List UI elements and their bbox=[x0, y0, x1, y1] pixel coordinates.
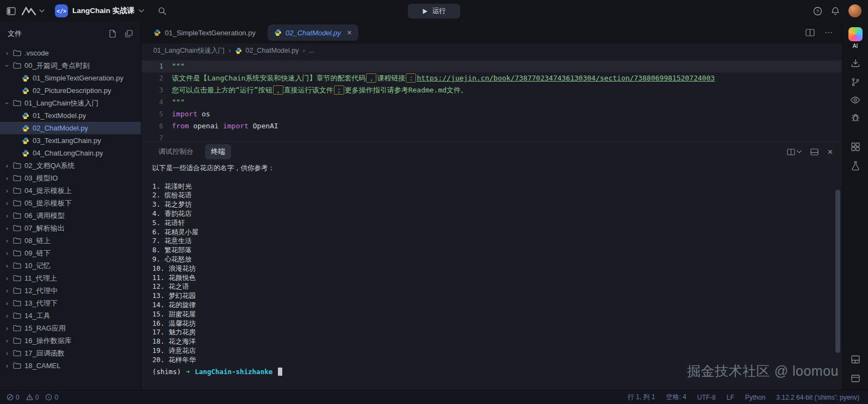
tree-item-folder[interactable]: ›01_LangChain快速入门 bbox=[0, 97, 141, 109]
warnings-count: 0 bbox=[35, 394, 39, 401]
tab-chatmodel[interactable]: 02_ChatModel.py ✕ bbox=[268, 24, 358, 41]
terminal-line: 9. 心花怒放 bbox=[152, 255, 842, 264]
chevron-collapsed-icon: › bbox=[4, 213, 10, 219]
workspace-switcher[interactable]: </> LangChain 实战课 bbox=[55, 4, 144, 17]
breadcrumb-folder[interactable]: 01_LangChain快速入门 bbox=[153, 46, 225, 55]
warnings-indicator[interactable]: 0 bbox=[26, 394, 39, 401]
tree-item-folder[interactable]: ›12_代理中 bbox=[0, 284, 141, 297]
ai-assistant-button[interactable]: AI bbox=[848, 27, 863, 49]
eol-setting[interactable]: LF bbox=[727, 394, 734, 401]
layout-panel-icon[interactable] bbox=[851, 355, 860, 364]
tree-item-folder[interactable]: ›.vscode bbox=[0, 47, 141, 59]
tree-item-label: 07_解析输出 bbox=[24, 223, 65, 233]
chevron-collapsed-icon: › bbox=[4, 251, 10, 256]
tree-item-folder[interactable]: ›13_代理下 bbox=[0, 297, 141, 309]
code-editor[interactable]: 1"""2该文件是【LangChain系统安装和快速入门】章节的配套代码，课程链… bbox=[141, 58, 842, 141]
explorer-title: 文件 bbox=[8, 29, 22, 39]
tree-item-folder[interactable]: ›16_操作数据库 bbox=[0, 334, 141, 347]
tree-item-folder[interactable]: ›11_代理上 bbox=[0, 272, 141, 284]
code-link[interactable]: https://juejin.cn/book/73877023474361303… bbox=[417, 74, 715, 82]
chevron-collapsed-icon: › bbox=[4, 176, 10, 181]
tree-item-label: 09_链下 bbox=[24, 248, 51, 258]
eye-icon[interactable] bbox=[850, 96, 860, 104]
split-editor-icon[interactable] bbox=[805, 29, 815, 36]
new-file-icon[interactable] bbox=[108, 29, 117, 38]
breadcrumb-file[interactable]: 02_ChatModel.py bbox=[246, 47, 299, 54]
tree-item-file[interactable]: ›03_TextLangChain.py bbox=[0, 134, 141, 147]
split-terminal-icon[interactable] bbox=[787, 148, 802, 156]
python-interpreter[interactable]: 3.12.2 64-bit ('shims': pyenv) bbox=[776, 394, 859, 401]
collapse-folders-icon[interactable] bbox=[125, 29, 133, 38]
extensions-icon[interactable] bbox=[851, 142, 860, 152]
tree-item-folder[interactable]: ›08_链上 bbox=[0, 234, 141, 247]
tab-label: 02_ChatModel.py bbox=[286, 29, 341, 37]
notifications-indicator[interactable]: 0 bbox=[45, 394, 58, 401]
tree-item-file[interactable]: ›04_ChatLongChain.py bbox=[0, 147, 141, 159]
remote-window-icon[interactable] bbox=[851, 374, 860, 383]
errors-indicator[interactable]: 0 bbox=[7, 394, 20, 401]
terminal-line: 13. 梦幻花园 bbox=[152, 291, 842, 301]
tree-item-folder[interactable]: ›18_CAMEL bbox=[0, 359, 141, 372]
tree-item-folder[interactable]: ›07_解析输出 bbox=[0, 222, 141, 234]
folder-icon bbox=[13, 100, 21, 107]
download-icon[interactable] bbox=[851, 58, 860, 68]
bell-icon[interactable] bbox=[831, 7, 840, 16]
app-menu[interactable] bbox=[22, 7, 45, 15]
tree-item-label: 13_代理下 bbox=[24, 299, 58, 308]
close-panel-icon[interactable]: ✕ bbox=[827, 148, 833, 156]
tree-item-folder[interactable]: ›05_提示模板下 bbox=[0, 197, 141, 209]
code-line: 1""" bbox=[141, 60, 842, 72]
chevron-down-icon bbox=[39, 9, 45, 13]
more-actions-icon[interactable]: ⋯ bbox=[824, 28, 833, 38]
tree-item-file[interactable]: ›02_PictureDescription.py bbox=[0, 84, 141, 97]
user-avatar[interactable] bbox=[848, 4, 861, 17]
terminal-line: 3. 花之梦坊 bbox=[152, 200, 842, 209]
tree-item-folder[interactable]: ›03_模型IO bbox=[0, 172, 141, 184]
tree-item-file[interactable]: ›01_SimpleTextGeneration.py bbox=[0, 72, 141, 84]
tree-item-folder[interactable]: ›00_开篇词_奇点时刻 bbox=[0, 59, 141, 72]
tree-item-folder[interactable]: ›09_链下 bbox=[0, 247, 141, 259]
tree-item-folder[interactable]: ›15_RAG应用 bbox=[0, 322, 141, 334]
language-mode[interactable]: Python bbox=[745, 394, 765, 401]
code-token: """ bbox=[172, 62, 184, 70]
encoding-setting[interactable]: UTF-8 bbox=[697, 394, 716, 401]
tree-item-label: 15_RAG应用 bbox=[24, 324, 66, 333]
indentation-setting[interactable]: 空格: 4 bbox=[666, 393, 686, 402]
search-icon[interactable] bbox=[158, 7, 166, 15]
tree-item-folder[interactable]: ›04_提示模板上 bbox=[0, 184, 141, 197]
tab-debug-console[interactable]: 调试控制台 bbox=[152, 144, 200, 159]
tree-item-label: 02_ChatModel.py bbox=[33, 124, 88, 132]
folder-icon bbox=[13, 162, 21, 169]
help-icon[interactable]: ? bbox=[813, 7, 822, 16]
maximize-panel-icon[interactable] bbox=[810, 148, 819, 156]
cursor-position[interactable]: 行 1, 列 1 bbox=[628, 393, 655, 402]
tree-item-folder[interactable]: ›14_工具 bbox=[0, 309, 141, 322]
debug-icon[interactable] bbox=[851, 113, 860, 123]
run-button[interactable]: 运行 bbox=[408, 4, 460, 18]
test-flask-icon[interactable] bbox=[851, 161, 860, 171]
tree-item-label: 02_文档QA系统 bbox=[24, 161, 75, 171]
toggle-sidebar-icon[interactable] bbox=[7, 7, 16, 15]
terminal-scrollbar[interactable] bbox=[835, 190, 840, 353]
folder-icon bbox=[13, 350, 21, 357]
tab-simpletextgeneration[interactable]: 01_SimpleTextGeneration.py bbox=[146, 22, 263, 43]
tree-item-file[interactable]: ›01_TextModel.py bbox=[0, 109, 141, 122]
tree-item-folder[interactable]: ›10_记忆 bbox=[0, 259, 141, 272]
tree-item-folder[interactable]: ›06_调用模型 bbox=[0, 209, 141, 222]
tree-item-folder[interactable]: ›02_文档QA系统 bbox=[0, 159, 141, 172]
folder-icon bbox=[13, 325, 21, 332]
tab-terminal[interactable]: 终端 bbox=[205, 144, 231, 159]
breadcrumb-symbol[interactable]: ... bbox=[309, 47, 314, 54]
code-token: """ bbox=[172, 98, 184, 106]
tree-item-label: 17_回调函数 bbox=[24, 349, 65, 358]
tree-item-folder[interactable]: ›17_回调函数 bbox=[0, 347, 141, 359]
code-token: os bbox=[197, 110, 210, 118]
terminal[interactable]: 以下是一些适合花店的名字，供你参考： 1. 花漾时光2. 缤纷花语3. 花之梦坊… bbox=[141, 161, 842, 390]
chevron-collapsed-icon: › bbox=[4, 201, 10, 206]
close-tab-icon[interactable]: ✕ bbox=[347, 29, 352, 36]
tree-item-file[interactable]: ›02_ChatModel.py bbox=[0, 122, 141, 134]
editor-tab-bar: 01_SimpleTextGeneration.py 02_ChatModel.… bbox=[141, 22, 842, 43]
python-file-icon bbox=[22, 74, 29, 82]
terminal-line: 17. 魅力花房 bbox=[152, 328, 842, 337]
git-branch-icon[interactable] bbox=[851, 77, 860, 87]
